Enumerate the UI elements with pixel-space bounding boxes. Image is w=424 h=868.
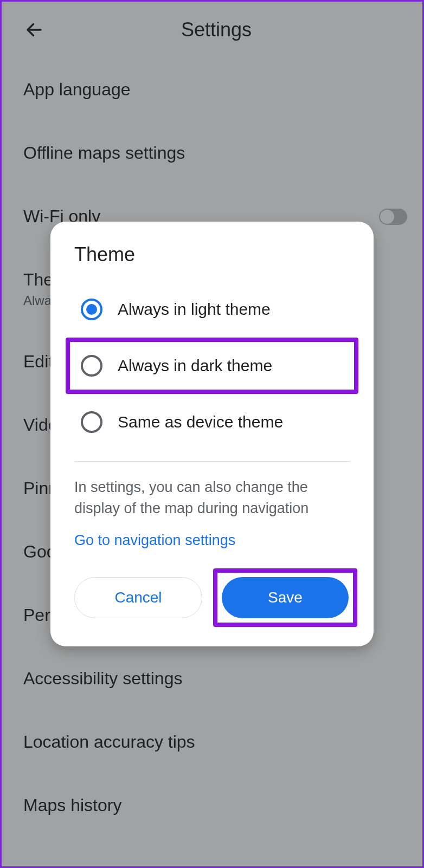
theme-radio-group: Always in light theme Always in dark the… [50, 281, 374, 450]
dialog-info-text: In settings, you can also change the dis… [50, 477, 374, 532]
radio-unchecked-icon [81, 355, 102, 377]
settings-screen: Settings App language Offline maps setti… [2, 2, 422, 866]
theme-dialog: Theme Always in light theme Always in da… [50, 222, 374, 646]
divider [74, 461, 350, 462]
navigation-settings-link[interactable]: Go to navigation settings [50, 532, 374, 568]
radio-label: Same as device theme [118, 413, 283, 431]
save-button[interactable]: Save [222, 577, 349, 618]
dialog-title: Theme [50, 243, 374, 281]
dialog-actions: Cancel Save [50, 568, 374, 627]
radio-option-dark[interactable]: Always in dark theme [66, 338, 358, 394]
dialog-scrim[interactable]: Theme Always in light theme Always in da… [2, 2, 422, 866]
cancel-button[interactable]: Cancel [74, 577, 202, 618]
radio-checked-icon [81, 299, 102, 320]
save-button-highlight: Save [213, 568, 357, 627]
radio-unchecked-icon [81, 411, 102, 433]
radio-option-light[interactable]: Always in light theme [66, 281, 358, 338]
radio-label: Always in light theme [118, 300, 271, 319]
radio-label: Always in dark theme [118, 357, 272, 375]
radio-option-device[interactable]: Same as device theme [66, 394, 358, 450]
